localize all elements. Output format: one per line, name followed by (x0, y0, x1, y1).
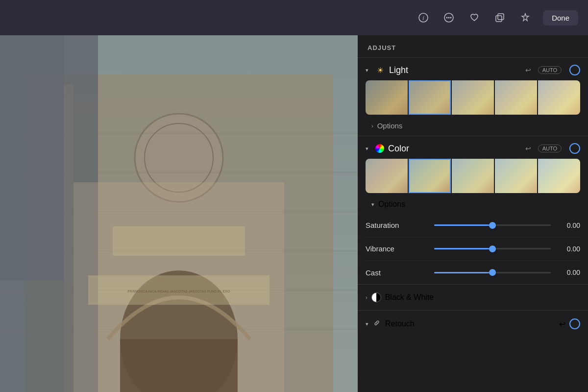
vibrance-value: 0.00 (556, 245, 580, 253)
cast-value: 0.00 (556, 269, 580, 276)
retouch-chevron-icon: ▾ (366, 321, 368, 327)
svg-rect-18 (64, 84, 74, 392)
color-options-chevron-icon: ▾ (371, 201, 374, 208)
saturation-thumb[interactable] (489, 222, 496, 229)
svg-text:FRANCISCA NICA INDIAS JASCOTAS: FRANCISCA NICA INDIAS JASCOTAS JASCOTAS … (128, 290, 230, 293)
svg-point-29 (376, 322, 378, 324)
bw-icon (371, 293, 381, 302)
cast-thumb[interactable] (489, 269, 496, 276)
bw-section-header[interactable]: › Black & White (358, 284, 588, 310)
retouch-toggle-circle[interactable] (569, 318, 580, 329)
color-auto-badge[interactable]: AUTO (538, 145, 562, 152)
light-thumb-1[interactable] (366, 80, 408, 115)
light-sun-icon: ☀ (375, 66, 385, 75)
info-icon[interactable]: i (416, 10, 431, 25)
saturation-track[interactable] (434, 224, 551, 226)
color-thumb-5[interactable] (538, 159, 580, 193)
vibrance-thumb[interactable] (489, 245, 496, 252)
vibrance-label: Vibrance (366, 245, 429, 253)
retouch-undo-icon[interactable]: ↩ (559, 319, 565, 329)
svg-rect-6 (498, 14, 504, 20)
cast-row: Cast 0.00 (366, 261, 580, 284)
saturation-label: Saturation (366, 221, 429, 229)
done-button[interactable]: Done (543, 10, 578, 25)
svg-rect-7 (496, 16, 502, 22)
color-thumb-3[interactable] (452, 159, 494, 193)
bw-chevron-icon: › (366, 294, 368, 300)
saturation-value: 0.00 (556, 221, 580, 229)
color-thumb-2[interactable] (409, 159, 451, 193)
retouch-section-header[interactable]: ▾ Retouch ↩ (358, 310, 588, 337)
color-wheel-icon (375, 144, 384, 153)
vibrance-fill (434, 248, 492, 249)
cast-track[interactable] (434, 272, 551, 273)
light-thumb-5[interactable] (538, 80, 580, 115)
top-bar: i Done (0, 0, 588, 35)
color-section-label: Color (388, 144, 521, 154)
svg-text:i: i (422, 15, 424, 22)
retouch-bandaid-icon (372, 318, 381, 329)
vibrance-track[interactable] (434, 248, 551, 249)
svg-point-5 (450, 17, 452, 19)
color-thumbnail-strip (366, 159, 580, 193)
color-toggle-circle[interactable] (569, 143, 580, 154)
color-thumb-4[interactable] (495, 159, 537, 193)
adjust-title: ADJUST (358, 35, 588, 58)
color-thumb-1[interactable] (366, 159, 408, 193)
photo-area: FRANCISCA NICA INDIAS JASCOTAS JASCOTAS … (0, 35, 358, 392)
color-options-row[interactable]: ▾ Options (358, 197, 588, 214)
color-section-header[interactable]: ▾ Color ↩ AUTO (358, 136, 588, 159)
light-toggle-circle[interactable] (569, 65, 580, 75)
light-options-row[interactable]: › Options (358, 119, 588, 136)
light-auto-badge[interactable]: AUTO (538, 66, 562, 74)
sidebar: ADJUST ▾ ☀ Light ↩ AUTO (358, 35, 588, 392)
main-content: FRANCISCA NICA INDIAS JASCOTAS JASCOTAS … (0, 35, 588, 392)
light-options-chevron-icon: › (371, 123, 373, 129)
vibrance-row: Vibrance 0.00 (366, 237, 580, 261)
saturation-fill (434, 224, 492, 226)
color-chevron-icon: ▾ (366, 146, 371, 152)
cast-label: Cast (366, 269, 429, 277)
color-sliders: Saturation 0.00 Vibrance 0.00 Cast (358, 214, 588, 284)
svg-rect-17 (0, 35, 64, 280)
light-thumbnail-strip (366, 80, 580, 115)
light-section-header[interactable]: ▾ ☀ Light ↩ AUTO (358, 58, 588, 80)
bw-section-label: Black & White (385, 293, 434, 302)
saturation-row: Saturation 0.00 (366, 214, 580, 237)
light-chevron-icon: ▾ (366, 67, 371, 74)
cast-fill (434, 272, 492, 273)
auto-enhance-icon[interactable] (517, 10, 533, 25)
color-options-label: Options (378, 200, 405, 209)
heart-icon[interactable] (466, 10, 482, 25)
svg-point-3 (446, 17, 448, 19)
retouch-section-label: Retouch (385, 319, 415, 328)
photo-background: FRANCISCA NICA INDIAS JASCOTAS JASCOTAS … (0, 35, 358, 392)
light-thumb-4[interactable] (495, 80, 537, 115)
more-icon[interactable] (441, 10, 457, 25)
duplicate-icon[interactable] (492, 10, 508, 25)
light-thumb-2[interactable] (409, 80, 451, 115)
svg-point-4 (448, 17, 450, 19)
light-undo-icon[interactable]: ↩ (525, 66, 531, 74)
light-options-label: Options (377, 122, 403, 130)
light-thumb-3[interactable] (452, 80, 494, 115)
light-section-label: Light (389, 65, 521, 75)
color-undo-icon[interactable]: ↩ (525, 145, 531, 152)
